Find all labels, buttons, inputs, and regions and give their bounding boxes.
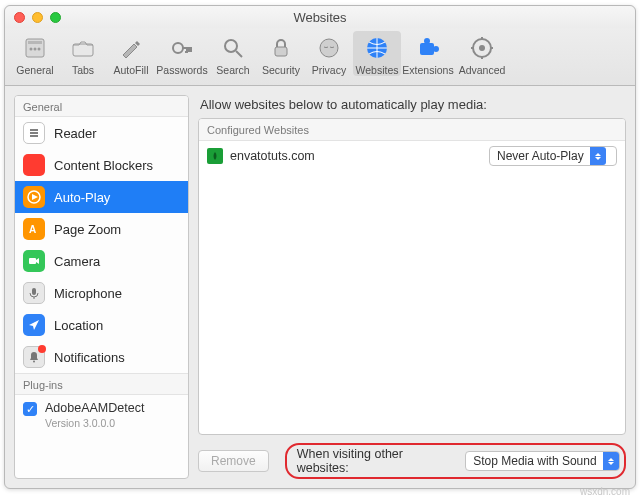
site-domain: envatotuts.com: [230, 149, 482, 163]
site-policy-dropdown[interactable]: Never Auto-Play: [489, 146, 617, 166]
tab-search[interactable]: Search: [209, 31, 257, 76]
svg-point-16: [479, 45, 485, 51]
titlebar: Websites: [5, 6, 635, 28]
svg-marker-26: [32, 194, 38, 200]
plugin-version: Version 3.0.0.0: [45, 417, 144, 429]
window-title: Websites: [5, 10, 635, 25]
sidebar-item-label: Notifications: [54, 350, 125, 365]
privacy-icon: [314, 33, 344, 63]
sidebar-item-page-zoom[interactable]: A Page Zoom: [15, 213, 188, 245]
svg-marker-29: [36, 258, 39, 264]
sidebar-item-notifications[interactable]: Notifications: [15, 341, 188, 373]
svg-point-6: [173, 43, 183, 53]
plugin-info: AdobeAAMDetect Version 3.0.0.0: [45, 401, 144, 429]
chevron-updown-icon: [590, 147, 606, 165]
svg-point-33: [33, 361, 35, 363]
tab-advanced-label: Advanced: [459, 65, 506, 76]
tab-websites[interactable]: Websites: [353, 31, 401, 76]
sidebar-section-plugins: Plug-ins: [15, 373, 188, 395]
microphone-icon: [23, 282, 45, 304]
site-policy-value: Never Auto-Play: [497, 149, 584, 163]
svg-rect-9: [275, 47, 287, 56]
close-window-button[interactable]: [14, 12, 25, 23]
sidebar-item-label: Auto-Play: [54, 190, 110, 205]
tab-passwords[interactable]: Passwords: [155, 31, 209, 76]
svg-rect-1: [28, 41, 42, 44]
tab-security[interactable]: Security: [257, 31, 305, 76]
chevron-updown-icon: [603, 452, 619, 470]
search-icon: [218, 33, 248, 63]
tab-general[interactable]: General: [11, 31, 59, 76]
tab-passwords-label: Passwords: [156, 65, 207, 76]
notification-badge: [38, 345, 46, 353]
tab-search-label: Search: [216, 65, 249, 76]
website-row[interactable]: envatotuts.com Never Auto-Play: [199, 141, 625, 171]
sidebar-item-label: Reader: [54, 126, 97, 141]
zoom-window-button[interactable]: [50, 12, 61, 23]
tab-websites-label: Websites: [356, 65, 399, 76]
svg-rect-28: [29, 258, 36, 264]
sidebar-item-reader[interactable]: Reader: [15, 117, 188, 149]
sidebar-item-label: Location: [54, 318, 103, 333]
sidebar-item-label: Microphone: [54, 286, 122, 301]
extensions-icon: [413, 33, 443, 63]
content-area: General Reader Content Blockers Auto-Pla…: [5, 86, 635, 488]
sidebar-item-microphone[interactable]: Microphone: [15, 277, 188, 309]
panel-heading: Allow websites below to automatically pl…: [200, 97, 626, 112]
tab-general-label: General: [16, 65, 53, 76]
zoom-icon: A: [23, 218, 45, 240]
tab-extensions-label: Extensions: [402, 65, 453, 76]
camera-icon: [23, 250, 45, 272]
svg-point-10: [320, 39, 338, 57]
window-controls: [5, 12, 61, 23]
other-websites-value: Stop Media with Sound: [473, 454, 596, 468]
sidebar: General Reader Content Blockers Auto-Pla…: [14, 95, 189, 479]
general-icon: [20, 33, 50, 63]
svg-point-4: [38, 48, 41, 51]
tab-privacy[interactable]: Privacy: [305, 31, 353, 76]
security-icon: [266, 33, 296, 63]
tab-advanced[interactable]: Advanced: [455, 31, 509, 76]
sidebar-item-plugin[interactable]: AdobeAAMDetect Version 3.0.0.0: [15, 395, 188, 435]
sidebar-item-label: Camera: [54, 254, 100, 269]
watermark: wsxdn.com: [580, 486, 630, 497]
sidebar-item-camera[interactable]: Camera: [15, 245, 188, 277]
sidebar-item-location[interactable]: Location: [15, 309, 188, 341]
other-websites-dropdown[interactable]: Stop Media with Sound: [465, 451, 620, 471]
remove-button-label: Remove: [211, 454, 256, 468]
svg-point-3: [34, 48, 37, 51]
tab-privacy-label: Privacy: [312, 65, 346, 76]
minimize-window-button[interactable]: [32, 12, 43, 23]
plugin-checkbox[interactable]: [23, 402, 37, 416]
websites-icon: [362, 33, 392, 63]
other-websites-label: When visiting other websites:: [297, 447, 458, 475]
sidebar-item-auto-play[interactable]: Auto-Play: [15, 181, 188, 213]
sidebar-item-label: Page Zoom: [54, 222, 121, 237]
svg-line-8: [236, 51, 242, 57]
bottom-bar: Remove When visiting other websites: Sto…: [198, 443, 626, 479]
svg-point-2: [30, 48, 33, 51]
svg-text:A: A: [29, 224, 36, 235]
tab-extensions[interactable]: Extensions: [401, 31, 455, 76]
preferences-window: Websites General Tabs AutoFill Password: [4, 5, 636, 489]
other-websites-control: When visiting other websites: Stop Media…: [285, 443, 626, 479]
configured-websites-list: Configured Websites envatotuts.com Never…: [198, 118, 626, 435]
bell-icon: [23, 346, 45, 368]
svg-point-7: [225, 40, 237, 52]
svg-rect-5: [73, 44, 93, 56]
remove-button[interactable]: Remove: [198, 450, 269, 472]
main-panel: Allow websites below to automatically pl…: [198, 95, 626, 479]
location-icon: [23, 314, 45, 336]
sidebar-item-label: Content Blockers: [54, 158, 153, 173]
tab-autofill[interactable]: AutoFill: [107, 31, 155, 76]
autofill-icon: [116, 33, 146, 63]
svg-point-13: [424, 38, 430, 44]
tab-tabs[interactable]: Tabs: [59, 31, 107, 76]
passwords-icon: [167, 33, 197, 63]
svg-marker-32: [29, 320, 39, 330]
tabs-icon: [68, 33, 98, 63]
sidebar-item-content-blockers[interactable]: Content Blockers: [15, 149, 188, 181]
stop-icon: [23, 154, 45, 176]
sidebar-section-general: General: [15, 96, 188, 117]
svg-point-14: [433, 46, 439, 52]
